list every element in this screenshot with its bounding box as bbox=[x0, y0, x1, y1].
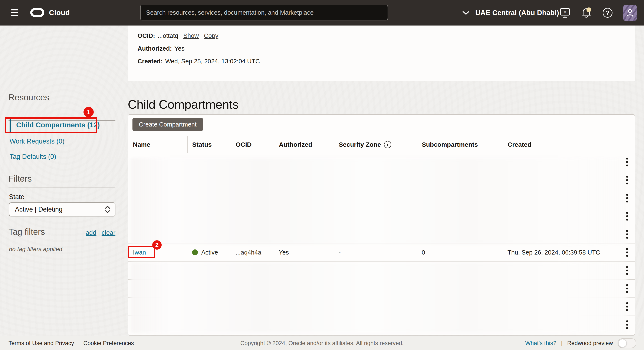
created-value: Wed, Sep 25, 2024, 13:02:04 UTC bbox=[165, 58, 260, 65]
row-actions-menu-icon[interactable] bbox=[625, 264, 629, 277]
status-active-dot bbox=[192, 249, 198, 255]
sidebar: Resources Child Compartments (12) Work R… bbox=[8, 25, 116, 336]
user-avatar[interactable] bbox=[623, 5, 637, 21]
row-actions-menu-icon[interactable] bbox=[625, 300, 629, 313]
annotation-box-2 bbox=[128, 246, 155, 258]
tag-add-link[interactable]: add bbox=[86, 229, 96, 236]
authorized-label: Authorized: bbox=[138, 45, 172, 52]
row-actions-menu-icon[interactable] bbox=[625, 192, 629, 204]
row-actions-menu-icon[interactable] bbox=[625, 210, 629, 223]
cloud-shell-icon[interactable]: ‹› bbox=[560, 7, 570, 18]
brand-label: Cloud bbox=[49, 8, 70, 17]
divider bbox=[8, 241, 116, 241]
compartment-details-panel: OCID:...ottatqShowCopy Authorized:Yes Cr… bbox=[128, 25, 635, 81]
top-bar: Cloud UAE Central (Abu Dhabi) ‹› bbox=[0, 0, 644, 25]
row-actions-menu-icon[interactable] bbox=[625, 228, 629, 241]
row-created: Thu, Sep 26, 2024, 06:39:58 UTC bbox=[503, 243, 617, 262]
help-icon[interactable]: ? bbox=[603, 8, 612, 18]
column-header-actions bbox=[617, 136, 635, 153]
svg-text:‹›: ‹› bbox=[564, 10, 566, 14]
table-header-row: Name Status OCID Authorized Security Zon… bbox=[128, 136, 635, 153]
ocid-show-link[interactable]: Show bbox=[183, 32, 199, 39]
copyright-text: Copyright © 2024, Oracle and/or its affi… bbox=[240, 336, 404, 350]
row-actions-menu-icon[interactable] bbox=[625, 282, 629, 295]
no-tag-filters-note: no tag filters applied bbox=[9, 246, 62, 253]
annotation-step-badge-2: 2 bbox=[152, 240, 162, 250]
ocid-copy-link[interactable]: Copy bbox=[204, 32, 218, 39]
redwood-preview-toggle[interactable] bbox=[618, 338, 636, 348]
table-row-iwan: Iwan Active ...aq4h4a Yes - 0 Thu, Sep 2… bbox=[128, 243, 635, 262]
stepper-chevrons-icon bbox=[105, 205, 110, 214]
sidebar-item-work-requests[interactable]: Work Requests (0) bbox=[10, 137, 64, 146]
tag-clear-link[interactable]: clear bbox=[102, 229, 116, 236]
create-compartment-button[interactable]: Create Compartment bbox=[132, 118, 203, 131]
cookie-preferences-link[interactable]: Cookie Preferences bbox=[84, 340, 134, 347]
row-actions-menu-icon[interactable] bbox=[625, 156, 629, 169]
created-row: Created:Wed, Sep 25, 2024, 13:02:04 UTC bbox=[138, 55, 635, 68]
row-actions-menu-icon[interactable] bbox=[625, 174, 629, 186]
region-label: UAE Central (Abu Dhabi) bbox=[475, 9, 559, 17]
authorized-row: Authorized:Yes bbox=[138, 42, 635, 55]
column-header-ocid: OCID bbox=[231, 136, 274, 153]
oracle-logo[interactable] bbox=[30, 8, 44, 17]
sidebar-item-tag-defaults[interactable]: Tag Defaults (0) bbox=[10, 152, 56, 162]
ocid-label: OCID: bbox=[138, 32, 155, 39]
notifications-bell-icon[interactable] bbox=[581, 7, 592, 18]
column-header-security-zone: Security Zonei bbox=[334, 136, 417, 153]
row-actions-menu-icon[interactable] bbox=[625, 318, 629, 331]
tag-filters-row: Tag filters add | clear bbox=[8, 227, 116, 237]
row-security-zone: - bbox=[334, 243, 417, 262]
column-header-status: Status bbox=[188, 136, 231, 153]
column-header-subcompartments: Subcompartments bbox=[417, 136, 503, 153]
toggle-knob bbox=[618, 339, 626, 347]
footer: Terms of Use and Privacy Cookie Preferen… bbox=[0, 336, 644, 350]
resources-heading: Resources bbox=[8, 93, 49, 102]
row-authorized: Yes bbox=[274, 243, 334, 262]
footer-separator: | bbox=[561, 340, 562, 347]
tag-links-separator: | bbox=[98, 229, 100, 236]
annotation-box-1 bbox=[5, 117, 97, 133]
page-title: Child Compartments bbox=[128, 97, 238, 111]
created-label: Created: bbox=[138, 58, 163, 65]
info-icon[interactable]: i bbox=[384, 141, 391, 148]
row-subcompartments: 0 bbox=[417, 243, 503, 262]
ocid-value: ...ottatq bbox=[158, 32, 178, 39]
hamburger-menu-icon[interactable] bbox=[11, 9, 18, 16]
state-filter-select[interactable]: Active | Deleting bbox=[9, 202, 116, 216]
ocid-row: OCID:...ottatqShowCopy bbox=[138, 29, 635, 42]
redwood-preview-label: Redwood preview bbox=[567, 340, 613, 347]
redaction-blur-top bbox=[131, 158, 627, 244]
row-ocid-link[interactable]: ...aq4h4a bbox=[236, 249, 261, 256]
redaction-blur-bottom bbox=[131, 262, 627, 333]
status-text: Active bbox=[201, 249, 218, 256]
header-icons: ‹› ? bbox=[560, 0, 637, 25]
column-header-created: Created bbox=[503, 136, 617, 153]
filters-heading: Filters bbox=[8, 174, 32, 183]
column-header-authorized: Authorized bbox=[274, 136, 334, 153]
chevron-down-icon bbox=[462, 10, 470, 15]
state-filter-label: State bbox=[9, 193, 24, 201]
region-selector[interactable]: UAE Central (Abu Dhabi) bbox=[462, 0, 559, 25]
child-compartments-panel: Create Compartment Name Status OCID Auth… bbox=[128, 114, 635, 336]
divider bbox=[8, 187, 116, 188]
tag-filters-heading: Tag filters bbox=[8, 227, 45, 237]
search-input[interactable] bbox=[140, 5, 388, 20]
oci-console: Cloud UAE Central (Abu Dhabi) ‹› bbox=[0, 0, 644, 350]
annotation-step-badge-1: 1 bbox=[84, 107, 94, 117]
state-filter-value: Active | Deleting bbox=[15, 206, 62, 213]
authorized-value: Yes bbox=[174, 45, 184, 52]
avatar bbox=[623, 5, 637, 21]
column-header-name: Name bbox=[128, 136, 188, 153]
row-actions-menu-icon[interactable] bbox=[625, 246, 629, 259]
terms-link[interactable]: Terms of Use and Privacy bbox=[8, 340, 74, 347]
notification-dot bbox=[586, 7, 591, 12]
whats-this-link[interactable]: What's this? bbox=[525, 340, 556, 347]
